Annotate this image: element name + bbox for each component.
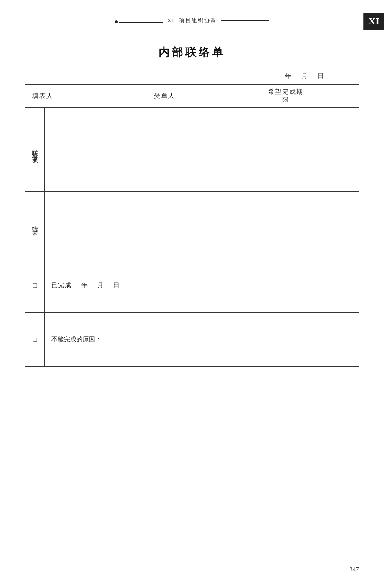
completed-checkbox-cell[interactable]: □ [25, 258, 45, 313]
completed-day: 日 [113, 281, 121, 289]
incomplete-checkbox-cell[interactable]: □ [25, 313, 45, 367]
result-row: 结果 [25, 192, 359, 258]
liaison-label: 联络事项 [25, 108, 45, 192]
footer-line [334, 575, 359, 575]
deadline-label: 希望完成期限 [258, 85, 313, 108]
info-table: 填表人 受单人 希望完成期限 [25, 84, 359, 108]
liaison-content[interactable] [45, 108, 359, 192]
receiver-label: 受单人 [144, 85, 185, 108]
result-label: 结果 [25, 192, 45, 258]
incomplete-label: 不能完成的原因： [51, 336, 101, 343]
year-label: 年 [285, 72, 293, 80]
filler-value[interactable] [71, 85, 144, 108]
incomplete-row: □ 不能完成的原因： [25, 313, 359, 367]
xi-tab: XI [363, 13, 384, 30]
completed-label: 已完成 [51, 281, 71, 289]
form-table: 联络事项 结果 □ 已完成 [25, 108, 359, 367]
page: XI 项目组织协调 XI 内部联络单 年 月 日 填表人 受单人 希望完成期限 [0, 0, 384, 588]
deadline-value[interactable] [313, 85, 359, 108]
day-label: 日 [318, 72, 326, 80]
header-section: XI 项目组织协调 XI [0, 0, 384, 24]
result-content[interactable] [45, 192, 359, 258]
incomplete-text: 不能完成的原因： [51, 336, 352, 343]
liaison-row: 联络事项 [25, 108, 359, 192]
completed-date: 年 月 日 [81, 281, 121, 289]
incomplete-content: 不能完成的原因： [45, 313, 359, 367]
completed-text-row: 已完成 年 月 日 [51, 281, 352, 289]
filler-label: 填表人 [25, 85, 71, 108]
receiver-value[interactable] [185, 85, 258, 108]
completed-year: 年 [81, 281, 89, 289]
completed-content: 已完成 年 月 日 [45, 258, 359, 313]
completed-row: □ 已完成 年 月 日 [25, 258, 359, 313]
main-title: 内部联络单 [0, 45, 384, 60]
page-number: 347 [350, 566, 359, 573]
footer: 347 [334, 566, 359, 575]
date-row: 年 月 日 [25, 72, 359, 80]
chapter-label: XI 项目组织协调 [163, 17, 221, 24]
content-area: 年 月 日 填表人 受单人 希望完成期限 联络事项 [0, 72, 384, 367]
completed-month: 月 [97, 281, 105, 289]
left-underline [119, 22, 163, 23]
dot-marker [115, 20, 118, 23]
month-label: 月 [301, 72, 309, 80]
